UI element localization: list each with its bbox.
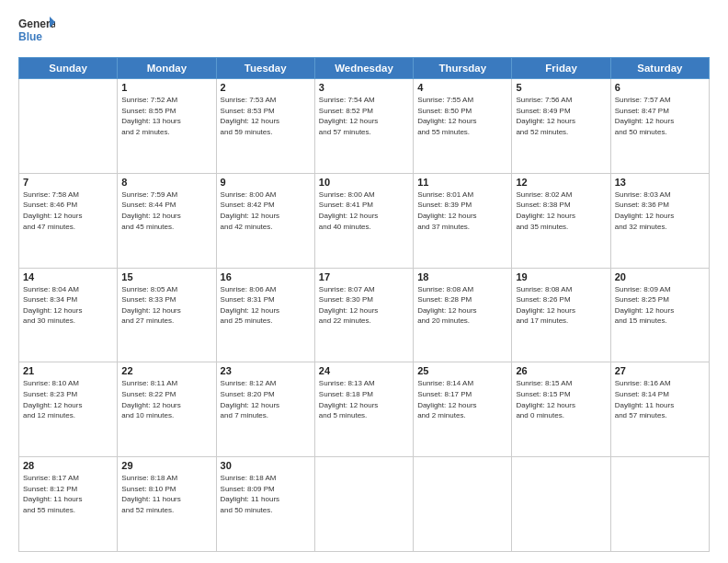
- day-info: Sunrise: 8:08 AM Sunset: 8:26 PM Dayligh…: [516, 284, 606, 327]
- week-row-1: 1Sunrise: 7:52 AM Sunset: 8:55 PM Daylig…: [19, 79, 710, 174]
- calendar-cell: 1Sunrise: 7:52 AM Sunset: 8:55 PM Daylig…: [118, 79, 216, 174]
- calendar-cell: 26Sunrise: 8:15 AM Sunset: 8:15 PM Dayli…: [512, 362, 610, 457]
- day-number: 22: [121, 365, 211, 376]
- day-number: 13: [615, 177, 705, 188]
- calendar-cell: [19, 79, 118, 174]
- day-number: 28: [23, 460, 113, 471]
- calendar-cell: 29Sunrise: 8:18 AM Sunset: 8:10 PM Dayli…: [118, 457, 216, 552]
- calendar-cell: 23Sunrise: 8:12 AM Sunset: 8:20 PM Dayli…: [216, 362, 314, 457]
- day-number: 11: [417, 177, 507, 188]
- day-number: 27: [615, 365, 705, 376]
- day-info: Sunrise: 7:53 AM Sunset: 8:53 PM Dayligh…: [221, 95, 311, 137]
- day-number: 16: [221, 271, 311, 282]
- week-row-5: 28Sunrise: 8:17 AM Sunset: 8:12 PM Dayli…: [19, 457, 710, 552]
- day-number: 2: [221, 82, 311, 93]
- calendar-cell: 30Sunrise: 8:18 AM Sunset: 8:09 PM Dayli…: [216, 457, 314, 552]
- calendar-cell: 27Sunrise: 8:16 AM Sunset: 8:14 PM Dayli…: [610, 362, 709, 457]
- calendar-cell: 8Sunrise: 7:59 AM Sunset: 8:44 PM Daylig…: [118, 173, 216, 268]
- day-number: 14: [23, 271, 113, 282]
- calendar-cell: 4Sunrise: 7:55 AM Sunset: 8:50 PM Daylig…: [414, 79, 512, 174]
- day-info: Sunrise: 8:00 AM Sunset: 8:41 PM Dayligh…: [319, 190, 409, 232]
- day-number: 24: [319, 365, 409, 376]
- day-info: Sunrise: 8:03 AM Sunset: 8:36 PM Dayligh…: [615, 190, 705, 232]
- calendar-cell: 14Sunrise: 8:04 AM Sunset: 8:34 PM Dayli…: [19, 268, 118, 362]
- day-info: Sunrise: 8:18 AM Sunset: 8:09 PM Dayligh…: [221, 473, 311, 515]
- weekday-header-thursday: Thursday: [414, 58, 512, 79]
- calendar-cell: 17Sunrise: 8:07 AM Sunset: 8:30 PM Dayli…: [314, 268, 413, 362]
- day-info: Sunrise: 7:54 AM Sunset: 8:52 PM Dayligh…: [319, 95, 409, 137]
- calendar-cell: [314, 457, 413, 552]
- day-number: 12: [516, 177, 606, 188]
- day-number: 8: [121, 177, 211, 188]
- calendar-cell: 11Sunrise: 8:01 AM Sunset: 8:39 PM Dayli…: [414, 173, 512, 268]
- day-info: Sunrise: 8:15 AM Sunset: 8:15 PM Dayligh…: [516, 378, 606, 420]
- day-info: Sunrise: 7:59 AM Sunset: 8:44 PM Dayligh…: [121, 190, 211, 232]
- calendar-cell: 20Sunrise: 8:09 AM Sunset: 8:25 PM Dayli…: [610, 268, 709, 362]
- calendar-cell: 3Sunrise: 7:54 AM Sunset: 8:52 PM Daylig…: [314, 79, 413, 174]
- day-number: 17: [319, 271, 409, 282]
- day-info: Sunrise: 8:18 AM Sunset: 8:10 PM Dayligh…: [121, 473, 211, 515]
- weekday-header-friday: Friday: [512, 58, 610, 79]
- page: General Blue SundayMondayTuesdayWednesda…: [0, 0, 728, 563]
- calendar-cell: [414, 457, 512, 552]
- weekday-header-tuesday: Tuesday: [216, 58, 314, 79]
- day-number: 5: [516, 82, 606, 93]
- day-number: 25: [417, 365, 507, 376]
- calendar-cell: 18Sunrise: 8:08 AM Sunset: 8:28 PM Dayli…: [414, 268, 512, 362]
- day-info: Sunrise: 8:12 AM Sunset: 8:20 PM Dayligh…: [221, 378, 311, 420]
- day-info: Sunrise: 8:07 AM Sunset: 8:30 PM Dayligh…: [319, 284, 409, 327]
- svg-text:Blue: Blue: [18, 30, 42, 43]
- day-number: 4: [417, 82, 507, 93]
- day-number: 1: [121, 82, 211, 93]
- day-info: Sunrise: 8:14 AM Sunset: 8:17 PM Dayligh…: [417, 378, 507, 420]
- day-number: 6: [615, 82, 705, 93]
- day-info: Sunrise: 8:02 AM Sunset: 8:38 PM Dayligh…: [516, 190, 606, 232]
- day-number: 18: [417, 271, 507, 282]
- calendar-cell: 12Sunrise: 8:02 AM Sunset: 8:38 PM Dayli…: [512, 173, 610, 268]
- day-info: Sunrise: 7:55 AM Sunset: 8:50 PM Dayligh…: [417, 95, 507, 137]
- day-number: 26: [516, 365, 606, 376]
- day-info: Sunrise: 8:08 AM Sunset: 8:28 PM Dayligh…: [417, 284, 507, 327]
- weekday-header-saturday: Saturday: [610, 58, 709, 79]
- day-info: Sunrise: 8:11 AM Sunset: 8:22 PM Dayligh…: [121, 378, 211, 420]
- calendar-cell: 5Sunrise: 7:56 AM Sunset: 8:49 PM Daylig…: [512, 79, 610, 174]
- calendar-cell: 28Sunrise: 8:17 AM Sunset: 8:12 PM Dayli…: [19, 457, 118, 552]
- day-number: 7: [23, 177, 113, 188]
- week-row-3: 14Sunrise: 8:04 AM Sunset: 8:34 PM Dayli…: [19, 268, 710, 362]
- day-info: Sunrise: 8:17 AM Sunset: 8:12 PM Dayligh…: [23, 473, 113, 515]
- calendar-cell: 15Sunrise: 8:05 AM Sunset: 8:33 PM Dayli…: [118, 268, 216, 362]
- day-info: Sunrise: 7:56 AM Sunset: 8:49 PM Dayligh…: [516, 95, 606, 137]
- day-info: Sunrise: 8:13 AM Sunset: 8:18 PM Dayligh…: [319, 378, 409, 420]
- logo-svg: General Blue: [18, 15, 55, 48]
- calendar-cell: 6Sunrise: 7:57 AM Sunset: 8:47 PM Daylig…: [610, 79, 709, 174]
- calendar-cell: 21Sunrise: 8:10 AM Sunset: 8:23 PM Dayli…: [19, 362, 118, 457]
- logo: General Blue: [18, 15, 55, 48]
- day-number: 10: [319, 177, 409, 188]
- calendar-cell: [512, 457, 610, 552]
- calendar-table: SundayMondayTuesdayWednesdayThursdayFrid…: [18, 57, 710, 552]
- weekday-header-wednesday: Wednesday: [314, 58, 413, 79]
- day-info: Sunrise: 8:16 AM Sunset: 8:14 PM Dayligh…: [615, 378, 705, 420]
- week-row-2: 7Sunrise: 7:58 AM Sunset: 8:46 PM Daylig…: [19, 173, 710, 268]
- day-info: Sunrise: 8:06 AM Sunset: 8:31 PM Dayligh…: [221, 284, 311, 327]
- weekday-header-sunday: Sunday: [19, 58, 118, 79]
- calendar-cell: 16Sunrise: 8:06 AM Sunset: 8:31 PM Dayli…: [216, 268, 314, 362]
- day-info: Sunrise: 7:58 AM Sunset: 8:46 PM Dayligh…: [23, 190, 113, 232]
- weekday-header-monday: Monday: [118, 58, 216, 79]
- calendar-cell: 22Sunrise: 8:11 AM Sunset: 8:22 PM Dayli…: [118, 362, 216, 457]
- day-info: Sunrise: 7:57 AM Sunset: 8:47 PM Dayligh…: [615, 95, 705, 137]
- day-info: Sunrise: 7:52 AM Sunset: 8:55 PM Dayligh…: [121, 95, 211, 137]
- weekday-header-row: SundayMondayTuesdayWednesdayThursdayFrid…: [19, 58, 710, 79]
- day-number: 20: [615, 271, 705, 282]
- calendar-cell: [610, 457, 709, 552]
- day-info: Sunrise: 8:04 AM Sunset: 8:34 PM Dayligh…: [23, 284, 113, 327]
- week-row-4: 21Sunrise: 8:10 AM Sunset: 8:23 PM Dayli…: [19, 362, 710, 457]
- calendar-cell: 25Sunrise: 8:14 AM Sunset: 8:17 PM Dayli…: [414, 362, 512, 457]
- day-number: 15: [121, 271, 211, 282]
- header: General Blue: [18, 15, 710, 48]
- day-info: Sunrise: 8:10 AM Sunset: 8:23 PM Dayligh…: [23, 378, 113, 420]
- calendar-cell: 2Sunrise: 7:53 AM Sunset: 8:53 PM Daylig…: [216, 79, 314, 174]
- day-info: Sunrise: 8:09 AM Sunset: 8:25 PM Dayligh…: [615, 284, 705, 327]
- day-info: Sunrise: 8:01 AM Sunset: 8:39 PM Dayligh…: [417, 190, 507, 232]
- calendar-cell: 13Sunrise: 8:03 AM Sunset: 8:36 PM Dayli…: [610, 173, 709, 268]
